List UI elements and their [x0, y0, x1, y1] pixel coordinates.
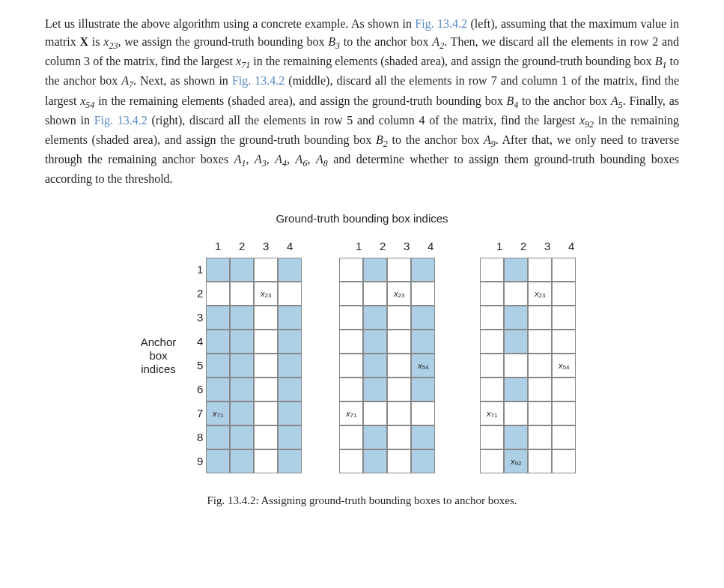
- var-A3: A3: [255, 153, 267, 166]
- fig-ref-link[interactable]: Fig. 13.4.2: [415, 17, 467, 30]
- fig-ref-link[interactable]: Fig. 13.4.2: [94, 114, 147, 127]
- var-B3: B3: [328, 35, 340, 48]
- matrix-cell: [254, 401, 278, 425]
- col-header: 4: [278, 238, 302, 255]
- matrix-cell: [528, 258, 552, 282]
- matrix-X: X: [80, 35, 89, 48]
- matrix-cell: [411, 258, 435, 282]
- matrix-3: 1234x23x54x71x92: [472, 238, 583, 474]
- matrix-cell: [278, 378, 302, 401]
- col-header: 2: [230, 238, 254, 255]
- text: ,: [307, 153, 316, 166]
- matrix-cell: [552, 330, 576, 354]
- matrix-cell: [387, 306, 411, 330]
- matrix-cell: [339, 258, 363, 282]
- matrix-cell: [363, 258, 387, 282]
- matrix-cell: [278, 449, 302, 473]
- matrix-cell: [254, 354, 278, 378]
- matrix-cell: [230, 425, 254, 449]
- matrix-cell: [480, 330, 504, 354]
- matrix-cell: [528, 330, 552, 354]
- var-A7: A7: [121, 74, 133, 87]
- matrix-cell: [339, 354, 363, 378]
- matrix-cell: [504, 425, 528, 449]
- matrix-cell: [528, 449, 552, 473]
- row-header: 3: [191, 306, 203, 330]
- var-B2: B2: [376, 133, 388, 146]
- fig-ref-link[interactable]: Fig. 13.4.2: [232, 74, 285, 87]
- matrix-cell: [363, 425, 387, 449]
- matrix-cell: [339, 306, 363, 330]
- matrix-cell: [552, 401, 576, 425]
- matrix-cell: [528, 401, 552, 425]
- var-A9: A9: [484, 133, 496, 146]
- matrix-cell: [363, 282, 387, 306]
- matrix-cell: [387, 354, 411, 378]
- text: in the remaining elements (shaded area),…: [94, 94, 506, 107]
- matrix-cell: [480, 306, 504, 330]
- matrix-cell: [387, 378, 411, 401]
- matrix-cell: [528, 425, 552, 449]
- text: to the anchor box: [388, 133, 484, 146]
- matrix-cell: [339, 330, 363, 354]
- matrix-cell: [254, 449, 278, 473]
- matrix-cell: [230, 354, 254, 378]
- text: Let us illustrate the above algorithm us…: [45, 17, 415, 30]
- row-header: 7: [191, 401, 203, 425]
- matrix-cell: [552, 425, 576, 449]
- col-header: 3: [395, 238, 419, 255]
- var-A5: A5: [611, 94, 623, 107]
- matrix-cell: [480, 258, 504, 282]
- text: in the remaining elements (shaded area),…: [250, 55, 655, 67]
- matrix-cell: [278, 354, 302, 378]
- text: . Next, as shown in: [133, 74, 232, 87]
- col-header: 1: [206, 238, 230, 255]
- matrix-cell: [230, 449, 254, 473]
- row-header: 8: [191, 425, 203, 449]
- matrix-cell: x92: [504, 449, 528, 473]
- matrix-grid: x23x71: [206, 258, 302, 473]
- matrix-cell: [504, 354, 528, 378]
- col-header: 2: [371, 238, 395, 255]
- matrix-cell: [363, 449, 387, 473]
- matrix-cell: [363, 306, 387, 330]
- matrix-cell: [480, 354, 504, 378]
- matrix-cell: [254, 378, 278, 401]
- matrix-cell: x23: [528, 282, 552, 306]
- matrix-cell: [206, 258, 230, 282]
- matrix-cell: [254, 425, 278, 449]
- matrix-cell: [230, 330, 254, 354]
- matrix-cell: [278, 425, 302, 449]
- matrix-cell: [552, 258, 576, 282]
- text: (right), discard all the elements in row…: [147, 114, 579, 127]
- matrix-1: 1234123456789x23x71: [191, 238, 302, 474]
- matrix-2: 1234x23x54x71: [332, 238, 442, 474]
- matrix-cell: [504, 306, 528, 330]
- var-A6: A6: [296, 153, 308, 166]
- matrix-cell: [254, 258, 278, 282]
- matrix-cell: [411, 449, 435, 473]
- text: ,: [287, 153, 296, 166]
- matrix-cell: [230, 401, 254, 425]
- matrix-cell: [480, 282, 504, 306]
- matrices-row: Anchorboxindices 1234123456789x23x711234…: [45, 238, 679, 474]
- var-x71: x71: [236, 55, 250, 67]
- row-header: 5: [191, 354, 203, 378]
- matrix-grid: x23x54x71x92: [480, 258, 576, 473]
- matrix-cell: [278, 306, 302, 330]
- matrix-cell: x54: [552, 354, 576, 378]
- var-x92: x92: [579, 114, 594, 127]
- matrix-cell: [206, 378, 230, 401]
- matrix-cell: [254, 330, 278, 354]
- matrix-cell: x71: [480, 401, 504, 425]
- figure-top-title: Ground-truth bounding box indices: [45, 210, 679, 228]
- col-header: 3: [535, 238, 559, 255]
- matrix-cell: [480, 425, 504, 449]
- matrix-cell: [230, 306, 254, 330]
- matrix-cell: [387, 258, 411, 282]
- figure-caption: Fig. 13.4.2: Assigning ground-truth boun…: [45, 492, 679, 509]
- matrix-cell: x23: [387, 282, 411, 306]
- matrix-cell: [411, 425, 435, 449]
- col-header: 2: [511, 238, 535, 255]
- matrix-cell: [552, 306, 576, 330]
